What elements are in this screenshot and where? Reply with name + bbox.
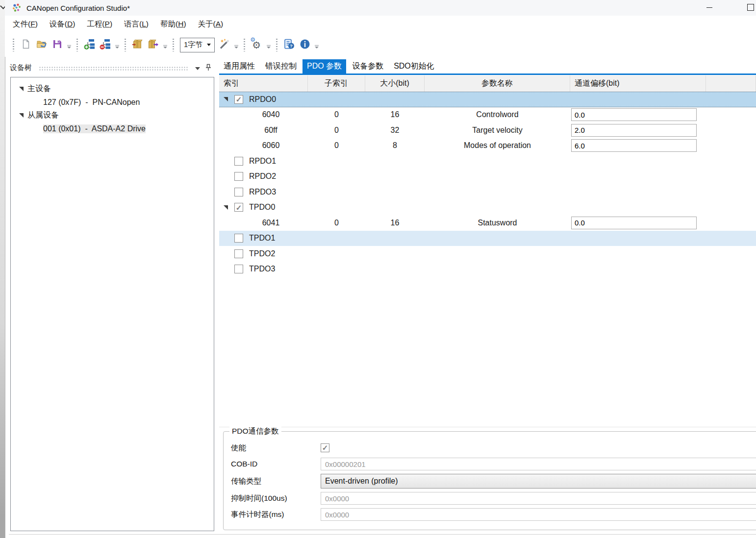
menu-item-a[interactable]: 关于(A) bbox=[198, 19, 224, 29]
toolbar-grip[interactable] bbox=[13, 39, 14, 51]
column-header-1[interactable]: 索引 bbox=[219, 75, 308, 92]
title-bar: CANopen Configuration Studio* bbox=[5, 0, 756, 16]
channel-offset-input[interactable] bbox=[571, 217, 697, 229]
param-cell: 16 bbox=[365, 110, 425, 119]
column-header-4[interactable]: 参数名称 bbox=[425, 75, 570, 92]
tab-5[interactable]: SDO初始化 bbox=[389, 59, 439, 73]
device-tree-panel-header: 设备树 bbox=[10, 61, 212, 74]
save-button[interactable] bbox=[50, 38, 64, 52]
menu-item-d[interactable]: 设备(D) bbox=[50, 19, 76, 29]
byte-size-combobox[interactable]: 1字节 bbox=[180, 38, 215, 52]
pdo-name: TPDO3 bbox=[249, 265, 275, 273]
menu-item-f[interactable]: 文件(F) bbox=[13, 19, 38, 29]
tree-node-label: 从属设备 bbox=[27, 110, 59, 121]
open-folder-button[interactable] bbox=[35, 38, 49, 52]
pdo-checkbox[interactable] bbox=[234, 249, 243, 258]
tree-node[interactable]: 127 (0x7F) - PN-CANopen bbox=[11, 96, 214, 109]
export-package-button[interactable] bbox=[147, 38, 160, 52]
tab-4[interactable]: 设备参数 bbox=[348, 59, 388, 73]
pdo-table-header: 索引子索引大小(bit)参数名称通道偏移(bit) bbox=[219, 75, 756, 92]
column-header-6[interactable] bbox=[706, 75, 756, 92]
toolbar-overflow-button[interactable] bbox=[67, 45, 72, 49]
minimize-button[interactable] bbox=[701, 0, 718, 15]
export-package-icon bbox=[148, 38, 159, 52]
remove-node-icon bbox=[100, 38, 111, 52]
tree-expander-icon[interactable] bbox=[19, 87, 24, 91]
open-folder-icon bbox=[36, 38, 48, 52]
tab-2[interactable]: 错误控制 bbox=[261, 59, 301, 73]
toolbar-overflow-button[interactable] bbox=[115, 45, 120, 49]
magic-wand-button[interactable] bbox=[218, 38, 231, 52]
menu-item-p[interactable]: 工程(P) bbox=[87, 19, 112, 29]
toolbar-overflow-button[interactable] bbox=[267, 45, 271, 49]
pdo-checkbox[interactable]: ✓ bbox=[234, 203, 243, 212]
column-header-2[interactable]: 子索引 bbox=[308, 75, 365, 92]
channel-offset-input[interactable] bbox=[571, 139, 697, 152]
table-row[interactable]: RPDO2 bbox=[219, 169, 756, 185]
background-window-strip bbox=[0, 0, 5, 538]
pdo-name: RPDO1 bbox=[249, 157, 276, 166]
toolbar-grip[interactable] bbox=[125, 39, 126, 51]
pdo-checkbox[interactable] bbox=[234, 234, 243, 243]
toolbar-overflow-button[interactable] bbox=[315, 45, 319, 49]
row-expander-icon[interactable] bbox=[224, 205, 228, 210]
toolbar-grip[interactable] bbox=[244, 39, 245, 51]
table-row[interactable]: RPDO3 bbox=[219, 184, 756, 200]
field-input[interactable] bbox=[321, 492, 756, 505]
pdo-checkbox[interactable] bbox=[234, 188, 243, 196]
tree-node[interactable]: 001 (0x01) - ASDA-A2 Drive bbox=[11, 122, 214, 135]
pdo-checkbox[interactable] bbox=[234, 172, 243, 181]
tree-expander-icon[interactable] bbox=[19, 113, 24, 118]
info-button[interactable] bbox=[298, 38, 312, 52]
row-expander-icon[interactable] bbox=[224, 97, 228, 101]
channel-offset-input[interactable] bbox=[571, 108, 697, 121]
combo-dropdown-icon bbox=[207, 44, 211, 46]
tree-node[interactable]: 主设备 bbox=[11, 82, 214, 96]
pdo-checkbox[interactable]: ✓ bbox=[234, 95, 243, 104]
transmission-type-combobox[interactable]: Event-driven (profile) bbox=[321, 474, 756, 489]
remove-node-button[interactable] bbox=[99, 38, 112, 52]
table-row[interactable]: RPDO1 bbox=[219, 153, 756, 169]
tab-3[interactable]: PDO 参数 bbox=[302, 59, 346, 73]
magic-wand-icon bbox=[219, 38, 230, 52]
table-row[interactable]: TPDO1 bbox=[219, 231, 756, 246]
toolbar-grip[interactable] bbox=[276, 39, 277, 51]
new-file-button[interactable] bbox=[19, 38, 33, 52]
table-row[interactable]: TPDO3 bbox=[219, 262, 756, 277]
table-row[interactable]: 6040016Controlword bbox=[219, 107, 756, 123]
table-row[interactable]: TPDO2 bbox=[219, 246, 756, 262]
enable-checkbox[interactable]: ✓ bbox=[321, 443, 329, 452]
toolbar-grip[interactable] bbox=[76, 39, 78, 51]
table-row[interactable]: 606008Modes of operation bbox=[219, 138, 756, 154]
settings-gears-button[interactable]: ⚙⚙ bbox=[250, 38, 264, 52]
pdo-checkbox[interactable] bbox=[234, 157, 243, 166]
toolbar-overflow-button[interactable] bbox=[234, 45, 239, 49]
save-icon bbox=[51, 38, 63, 52]
column-header-3[interactable]: 大小(bit) bbox=[365, 75, 425, 92]
param-cell: 32 bbox=[365, 126, 425, 135]
menu-item-h[interactable]: 帮助(H) bbox=[160, 19, 186, 29]
column-header-5[interactable]: 通道偏移(bit) bbox=[570, 75, 706, 92]
toolbar-overflow-button[interactable] bbox=[163, 45, 168, 49]
table-row[interactable]: ✓RPDO0 bbox=[219, 92, 756, 107]
field-input[interactable] bbox=[321, 458, 756, 470]
table-row[interactable]: ✓TPDO0 bbox=[219, 200, 756, 216]
field-input[interactable] bbox=[321, 508, 756, 521]
field-label: 使能 bbox=[231, 443, 321, 453]
channel-offset-input[interactable] bbox=[571, 124, 697, 137]
tab-1[interactable]: 通用属性 bbox=[219, 59, 259, 73]
import-package-button[interactable] bbox=[131, 38, 145, 52]
tree-node[interactable]: 从属设备 bbox=[11, 109, 214, 122]
maximize-button[interactable] bbox=[742, 0, 756, 15]
table-row[interactable]: 6041016Statusword bbox=[219, 215, 756, 231]
app-icon bbox=[12, 3, 22, 13]
table-row[interactable]: 60ff032Target velocity bbox=[219, 122, 756, 138]
panel-menu-dropdown-icon[interactable] bbox=[195, 67, 200, 70]
pin-icon[interactable] bbox=[205, 64, 212, 72]
menu-item-l[interactable]: 语言(L) bbox=[124, 19, 149, 29]
param-cell: 0 bbox=[308, 110, 365, 119]
toolbar-grip[interactable] bbox=[173, 39, 174, 51]
add-node-button[interactable] bbox=[83, 38, 97, 52]
pdo-checkbox[interactable] bbox=[234, 265, 243, 273]
help-doc-button[interactable]: ? bbox=[282, 38, 296, 52]
